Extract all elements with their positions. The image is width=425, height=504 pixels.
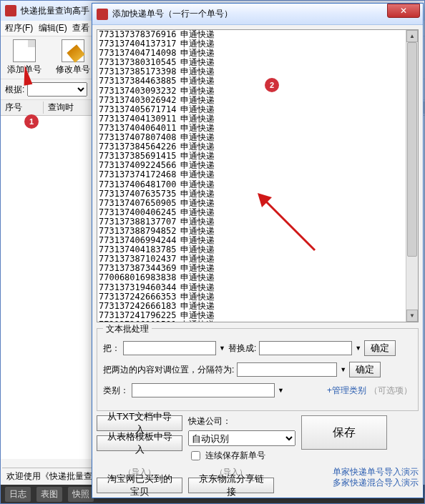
list-item[interactable]: 773137388137707申通快递	[99, 217, 406, 227]
replace-from-input[interactable]	[123, 341, 216, 355]
tab-snapshot[interactable]: 快照	[68, 487, 94, 502]
list-item[interactable]: 773137406481700申通快递	[99, 180, 406, 189]
list-item[interactable]: 773137407635735申通快递	[99, 189, 406, 199]
scrollbar[interactable]: ▲ ▼	[406, 30, 418, 322]
list-item[interactable]: 773137405671714申通快递	[99, 105, 406, 114]
chevron-down-icon[interactable]: ▼	[355, 345, 361, 352]
filter-select[interactable]	[27, 82, 87, 97]
list-item[interactable]: 773137241796225申通快递	[99, 311, 406, 320]
category-input[interactable]	[132, 383, 275, 397]
replace-row: 把： ▼ 替换成: ▼ 确定	[103, 340, 412, 356]
dialog-body: 773137378376916申通快递773137404137317申通快递77…	[92, 25, 423, 498]
annotation-badge-2: 2	[265, 78, 279, 92]
chevron-down-icon[interactable]: ▼	[278, 387, 284, 394]
list-item[interactable]: 773137266903591申通快递	[99, 320, 406, 322]
import-buttons-column: 从TXT文档中导入 从表格模板中导入	[97, 415, 182, 451]
scroll-thumb[interactable]	[407, 42, 417, 257]
company-select[interactable]: 自动识别	[188, 430, 295, 446]
demo-multi-link[interactable]: 多家快递混合导入演示	[333, 478, 419, 488]
keep-new-row[interactable]: 连续保存新单号	[188, 449, 295, 463]
list-item[interactable]: 773137407650905申通快递	[99, 199, 406, 208]
tab-chart[interactable]: 表图	[36, 487, 62, 502]
list-item[interactable]: 773137384463885申通快递	[99, 76, 406, 86]
col-sequence[interactable]: 序号	[1, 102, 44, 114]
scroll-up-button[interactable]: ▲	[406, 30, 418, 42]
menu-view[interactable]: 查看	[72, 23, 89, 33]
app-icon	[5, 5, 16, 16]
company-column: 快递公司： 自动识别 连续保存新单号	[188, 415, 295, 463]
swap-confirm-button[interactable]: 确定	[349, 362, 381, 377]
dialog-title-text: 添加快递单号（一行一个单号）	[112, 8, 233, 20]
jd-import-button[interactable]: 京东物流分享链接	[188, 478, 274, 493]
list-item[interactable]: 773137319460344申通快递	[99, 283, 406, 292]
annotation-badge-1: 1	[24, 114, 39, 129]
scroll-track[interactable]	[406, 42, 418, 310]
fieldset-legend: 文本批处理	[103, 323, 152, 335]
edit-number-button[interactable]: 修改单号	[54, 39, 92, 76]
dialog-titlebar[interactable]: 添加快递单号（一行一个单号） ✕	[92, 4, 423, 25]
page-icon	[13, 39, 36, 62]
list-item[interactable]: 773137400406245申通快递	[99, 208, 406, 217]
swap-label: 把两边的内容对调位置，分隔符为:	[103, 364, 234, 376]
list-item[interactable]: 773137404130911申通快递	[99, 114, 406, 124]
chevron-down-icon[interactable]: ▼	[340, 366, 346, 373]
main-window-title: 快递批量查询高手	[21, 5, 89, 17]
list-item[interactable]: 773137242666183申通快递	[99, 302, 406, 311]
edit-number-label: 修改单号	[56, 64, 90, 76]
list-item[interactable]: 773137403093232申通快递	[99, 87, 406, 96]
number-list-content[interactable]: 773137378376916申通快递773137404137317申通快递77…	[97, 30, 406, 322]
replace-from-label: 把：	[103, 342, 120, 355]
import-links-row: （导入） 淘宝网已买到的宝贝 （导入） 京东物流分享链接 单家快递单号导入演示 …	[97, 467, 419, 493]
save-button[interactable]: 保存	[301, 415, 387, 450]
company-label: 快递公司：	[188, 415, 231, 428]
manage-category-link[interactable]: +管理类别	[327, 385, 366, 397]
category-optional-text: （可选项）	[369, 385, 412, 397]
menu-edit[interactable]: 编辑(E)	[39, 23, 67, 33]
number-list: 773137378376916申通快递773137404137317申通快递77…	[97, 29, 419, 322]
tab-log[interactable]: 日志	[5, 487, 31, 502]
close-icon: ✕	[400, 6, 407, 16]
status-text: 欢迎使用《快递批量查	[6, 470, 92, 483]
swap-delimiter-input[interactable]	[237, 362, 337, 377]
chevron-down-icon[interactable]: ▼	[219, 345, 225, 352]
keep-new-checkbox[interactable]	[191, 451, 200, 460]
swap-row: 把两边的内容对调位置，分隔符为: ▼ 确定	[103, 362, 412, 377]
lower-controls: 从TXT文档中导入 从表格模板中导入 快递公司： 自动识别 连续保存新单号 保存	[97, 415, 419, 463]
import-xls-button[interactable]: 从表格模板中导入	[97, 435, 182, 451]
scroll-down-button[interactable]: ▼	[406, 310, 418, 322]
category-label: 类别：	[103, 385, 129, 397]
category-row: 类别： ▼ +管理类别 （可选项）	[103, 383, 412, 397]
replace-to-label: 替换成:	[228, 342, 256, 355]
import-txt-button[interactable]: 从TXT文档中导入	[97, 415, 182, 431]
keep-new-label: 连续保存新单号	[205, 450, 265, 462]
filter-label: 根据:	[5, 84, 24, 96]
text-batch-fieldset: 文本批处理 把： ▼ 替换成: ▼ 确定 把两边的内容对调位置，分隔符为: ▼ …	[97, 328, 419, 411]
close-button[interactable]: ✕	[387, 4, 420, 18]
dialog-icon	[97, 9, 108, 20]
menu-program[interactable]: 程序(F)	[5, 23, 33, 33]
taobao-import-button[interactable]: 淘宝网已买到的宝贝	[97, 478, 182, 493]
add-number-dialog: 添加快递单号（一行一个单号） ✕ 773137378376916申通快递7731…	[92, 3, 424, 498]
replace-to-input[interactable]	[259, 341, 352, 355]
list-item[interactable]: 773137242666353申通快递	[99, 292, 406, 302]
pencil-icon	[62, 39, 84, 62]
list-item[interactable]: 770068016983838申通快递	[99, 273, 406, 282]
replace-confirm-button[interactable]: 确定	[364, 340, 396, 356]
list-item[interactable]: 773137403026942申通快递	[99, 96, 406, 105]
list-item[interactable]: 773137374172468申通快递	[99, 170, 406, 179]
demo-single-link[interactable]: 单家快递单号导入演示	[333, 467, 419, 478]
